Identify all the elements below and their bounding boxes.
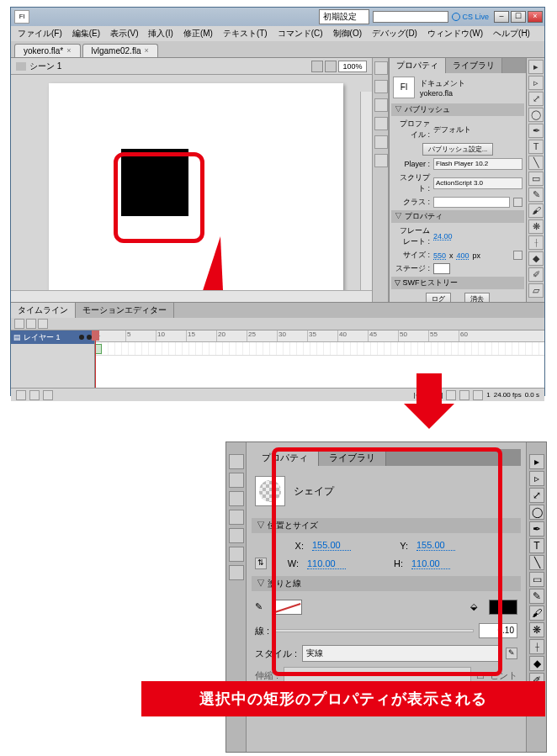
- doc-tab[interactable]: lvlgame02.fla×: [82, 44, 158, 57]
- stroke-weight-field[interactable]: 0.10: [479, 623, 517, 638]
- player-combo[interactable]: Flash Player 10.2: [433, 158, 523, 170]
- edit-symbol-icon[interactable]: [325, 61, 337, 72]
- eyedropper-icon[interactable]: ✐: [528, 267, 544, 282]
- section-publish[interactable]: ▽ パブリッシュ: [391, 103, 524, 116]
- line-tool-icon[interactable]: ╲: [529, 555, 544, 570]
- tab-properties[interactable]: プロパティ: [390, 58, 446, 73]
- tab-motion-editor[interactable]: モーションエディター: [76, 303, 174, 318]
- menu-debug[interactable]: デバッグ(D): [369, 26, 421, 41]
- close-button[interactable]: ×: [528, 11, 543, 23]
- clear-button[interactable]: 消去: [464, 293, 490, 302]
- dock-icon[interactable]: [229, 491, 244, 506]
- zoom-field[interactable]: 100%: [338, 61, 367, 72]
- menu-insert[interactable]: 挿入(I): [145, 26, 176, 41]
- deco-tool-icon[interactable]: ❋: [529, 622, 544, 637]
- subselect-tool-icon[interactable]: ▹: [528, 76, 544, 90]
- section-position-size[interactable]: ▽ 位置とサイズ: [252, 518, 521, 533]
- dock-icon[interactable]: [229, 454, 244, 469]
- keyframe[interactable]: [95, 344, 102, 354]
- layer-row[interactable]: ▤レイヤー 1: [11, 330, 94, 344]
- menu-modify[interactable]: 修正(M): [180, 26, 216, 41]
- cslive-link[interactable]: CS Live: [452, 13, 489, 21]
- tab-timeline[interactable]: タイムライン: [11, 303, 76, 318]
- minimize-button[interactable]: –: [494, 11, 509, 23]
- section-fill-stroke[interactable]: ▽ 塗りと線: [252, 576, 521, 591]
- workspace-combo[interactable]: 初期設定: [319, 9, 369, 24]
- selection-tool-icon[interactable]: ▸: [529, 454, 544, 469]
- edit-scene-icon[interactable]: [311, 61, 323, 72]
- close-icon[interactable]: ×: [144, 46, 148, 56]
- dock-icon[interactable]: [374, 117, 388, 130]
- dock-icon[interactable]: [229, 547, 244, 562]
- new-layer-icon[interactable]: [14, 319, 24, 329]
- y-value[interactable]: 155.00: [416, 540, 455, 551]
- new-folder-icon[interactable]: [26, 319, 36, 329]
- tl-btn[interactable]: [29, 390, 40, 400]
- pencil-tool-icon[interactable]: ✎: [529, 589, 544, 604]
- size-h[interactable]: 400: [457, 251, 469, 260]
- timeline-frames[interactable]: 151015202530354045505560: [95, 330, 544, 388]
- search-input[interactable]: [373, 11, 448, 23]
- h-value[interactable]: 110.00: [411, 558, 450, 569]
- edit-style-icon[interactable]: ✎: [506, 648, 517, 659]
- menu-command[interactable]: コマンド(C): [274, 26, 326, 41]
- selection-tool-icon[interactable]: ▸: [528, 60, 544, 74]
- x-value[interactable]: 155.00: [312, 540, 351, 551]
- w-value[interactable]: 110.00: [307, 558, 346, 569]
- pen-tool-icon[interactable]: ✒: [528, 124, 544, 138]
- stroke-style-combo[interactable]: 実線: [302, 645, 501, 662]
- section-swf-history[interactable]: ▽ SWFヒストリー: [391, 277, 524, 289]
- subselect-tool-icon[interactable]: ▹: [529, 471, 544, 486]
- delete-layer-icon[interactable]: [38, 319, 48, 329]
- stage-color-swatch[interactable]: [433, 263, 450, 274]
- menu-control[interactable]: 制御(O): [330, 26, 365, 41]
- tab-library[interactable]: ライブラリ: [319, 449, 386, 466]
- dock-icon[interactable]: [229, 528, 244, 543]
- playhead[interactable]: [95, 330, 96, 388]
- fps-value[interactable]: 24.00: [433, 232, 453, 241]
- dock-icon[interactable]: [229, 510, 244, 525]
- fill-color-swatch[interactable]: [489, 600, 517, 615]
- bone-tool-icon[interactable]: ⟊: [529, 639, 544, 654]
- rectangle-tool-icon[interactable]: ▭: [528, 172, 544, 186]
- dock-icon[interactable]: [374, 80, 388, 93]
- menu-view[interactable]: 表示(V): [107, 26, 141, 41]
- dock-icon[interactable]: [229, 473, 244, 488]
- stroke-weight-slider[interactable]: [274, 629, 474, 632]
- tl-btn[interactable]: [16, 390, 26, 400]
- maximize-button[interactable]: ☐: [511, 11, 526, 23]
- tab-library[interactable]: ライブラリ: [446, 58, 502, 73]
- pencil-tool-icon[interactable]: ✎: [528, 188, 544, 202]
- tab-properties[interactable]: プロパティ: [252, 449, 319, 466]
- menu-help[interactable]: ヘルプ(H): [490, 26, 533, 41]
- tl-btn[interactable]: [459, 390, 469, 400]
- menu-window[interactable]: ウィンドウ(W): [424, 26, 486, 41]
- edit-size-icon[interactable]: [513, 251, 523, 260]
- stroke-color-swatch[interactable]: [273, 600, 302, 615]
- bone-tool-icon[interactable]: ⟊: [528, 235, 544, 250]
- text-tool-icon[interactable]: T: [529, 538, 544, 553]
- scene-back-icon[interactable]: [16, 62, 26, 71]
- dock-icon[interactable]: [229, 565, 244, 580]
- class-field[interactable]: [433, 197, 510, 208]
- paint-bucket-icon[interactable]: ◆: [529, 656, 544, 671]
- lasso-tool-icon[interactable]: ◯: [528, 108, 544, 122]
- menu-edit[interactable]: 編集(E): [69, 26, 103, 41]
- scrollbar-vertical[interactable]: [360, 92, 372, 290]
- paint-bucket-icon[interactable]: ◆: [528, 251, 544, 266]
- menu-file[interactable]: ファイル(F): [14, 26, 66, 41]
- deco-tool-icon[interactable]: ❋: [528, 219, 544, 234]
- eraser-tool-icon[interactable]: ▱: [528, 283, 544, 298]
- dock-icon[interactable]: [374, 98, 388, 112]
- lock-aspect-icon[interactable]: ⇅: [255, 558, 267, 569]
- scrollbar-horizontal[interactable]: [11, 290, 372, 302]
- publish-settings-button[interactable]: パブリッシュ設定...: [422, 143, 494, 156]
- dock-icon[interactable]: [374, 154, 388, 167]
- menu-text[interactable]: テキスト(T): [220, 26, 271, 41]
- pen-tool-icon[interactable]: ✒: [529, 521, 544, 537]
- tl-btn[interactable]: [473, 390, 483, 400]
- dock-icon[interactable]: [374, 135, 388, 149]
- lasso-tool-icon[interactable]: ◯: [529, 505, 544, 520]
- edit-class-icon[interactable]: [513, 198, 523, 207]
- brush-tool-icon[interactable]: 🖌: [529, 605, 544, 621]
